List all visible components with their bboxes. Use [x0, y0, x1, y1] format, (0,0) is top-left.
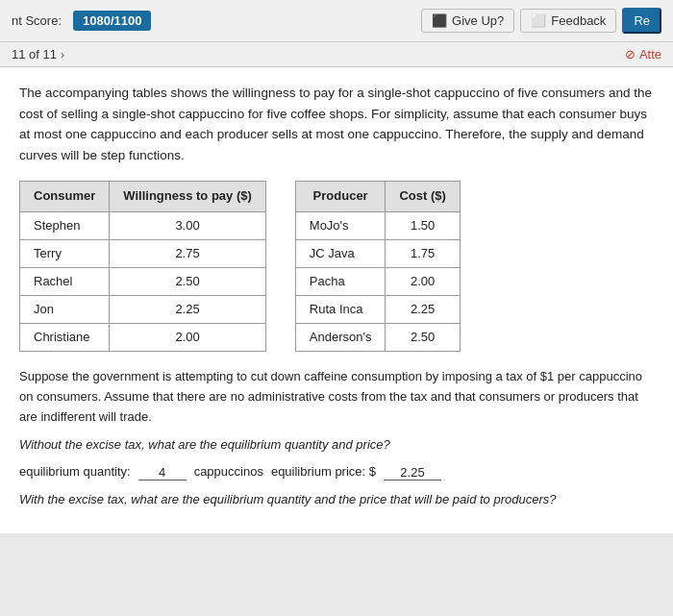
producer-name: Anderson's: [295, 324, 386, 352]
intro-text: The accompanying tables shows the willin…: [19, 83, 654, 165]
unit-label: cappuccinos: [194, 462, 263, 482]
feedback-label: Feedback: [551, 13, 606, 28]
producer-name: Pacha: [295, 267, 386, 295]
table-row: MoJo's 1.50: [295, 211, 460, 239]
attempt-label: Atte: [639, 47, 661, 62]
table-row: Terry 2.75: [20, 239, 266, 267]
producer-name: JC Java: [295, 239, 386, 267]
table-row: Christiane 2.00: [20, 324, 266, 352]
question1-text: Suppose the government is attempting to …: [19, 367, 654, 427]
question-section: Suppose the government is attempting to …: [19, 367, 654, 510]
top-bar-right: ⬛ Give Up? ⬜ Feedback Re: [421, 8, 661, 34]
give-up-button[interactable]: ⬛ Give Up?: [421, 9, 514, 33]
producer-col-header: Producer: [295, 182, 386, 211]
page-info: 11 of 11: [12, 47, 57, 62]
producer-name: MoJo's: [295, 211, 386, 239]
eq-price-label: equilibrium price: $: [271, 462, 376, 482]
producer-table: Producer Cost ($) MoJo's 1.50 JC Java 1.…: [295, 181, 461, 352]
consumer-name: Jon: [20, 295, 110, 323]
consumer-value: 2.25: [110, 295, 266, 323]
consumer-value: 3.00: [110, 211, 266, 239]
feedback-icon: ⬜: [531, 13, 546, 28]
consumer-col-header: Consumer: [20, 182, 110, 211]
consumer-table: Consumer Willingness to pay ($) Stephen …: [19, 181, 266, 352]
score-badge: 1080/1100: [73, 11, 151, 31]
main-content: The accompanying tables shows the willin…: [0, 67, 673, 533]
consumer-value: 2.75: [110, 239, 266, 267]
table-row: Anderson's 2.50: [295, 324, 460, 352]
producer-name: Ruta Inca: [295, 295, 386, 323]
attempt-button[interactable]: ⊘ Atte: [625, 47, 661, 62]
top-bar: nt Score: 1080/1100 ⬛ Give Up? ⬜ Feedbac…: [0, 0, 673, 42]
tables-row: Consumer Willingness to pay ($) Stephen …: [19, 181, 654, 352]
producer-cost: 2.00: [386, 267, 460, 295]
willingness-col-header: Willingness to pay ($): [110, 182, 266, 211]
producer-cost: 1.50: [386, 211, 460, 239]
sub-bar: 11 of 11 › ⊘ Atte: [0, 42, 673, 67]
cost-col-header: Cost ($): [386, 182, 460, 211]
eq-price-input[interactable]: [384, 465, 441, 480]
eq-qty-input[interactable]: [138, 465, 187, 480]
consumer-value: 2.00: [110, 324, 266, 352]
consumer-name: Terry: [20, 239, 110, 267]
table-row: Pacha 2.00: [295, 267, 460, 295]
chevron-right-icon: ›: [61, 48, 64, 62]
table-row: Stephen 3.00: [20, 211, 266, 239]
question2-text: Without the excise tax, what are the equ…: [19, 435, 654, 456]
table-row: Jon 2.25: [20, 295, 266, 323]
re-label: Re: [634, 13, 650, 28]
table-row: JC Java 1.75: [295, 239, 460, 267]
give-up-label: Give Up?: [452, 13, 504, 28]
question3-text: With the excise tax, what are the equili…: [19, 490, 654, 510]
table-row: Ruta Inca 2.25: [295, 295, 460, 323]
consumer-name: Stephen: [20, 211, 110, 239]
producer-cost: 2.50: [386, 324, 460, 352]
producer-cost: 1.75: [386, 239, 460, 267]
producer-cost: 2.25: [386, 295, 460, 323]
feedback-button[interactable]: ⬜ Feedback: [520, 9, 616, 33]
re-button[interactable]: Re: [622, 8, 661, 34]
score-label: nt Score:: [12, 13, 62, 28]
consumer-name: Christiane: [20, 324, 110, 352]
attempt-icon: ⊘: [625, 47, 636, 62]
consumer-name: Rachel: [20, 267, 110, 295]
give-up-icon: ⬛: [432, 13, 447, 28]
table-row: Rachel 2.50: [20, 267, 266, 295]
eq-qty-label: equilibrium quantity:: [19, 462, 131, 482]
consumer-value: 2.50: [110, 267, 266, 295]
answer-row-1: equilibrium quantity: cappuccinos equili…: [19, 462, 654, 482]
